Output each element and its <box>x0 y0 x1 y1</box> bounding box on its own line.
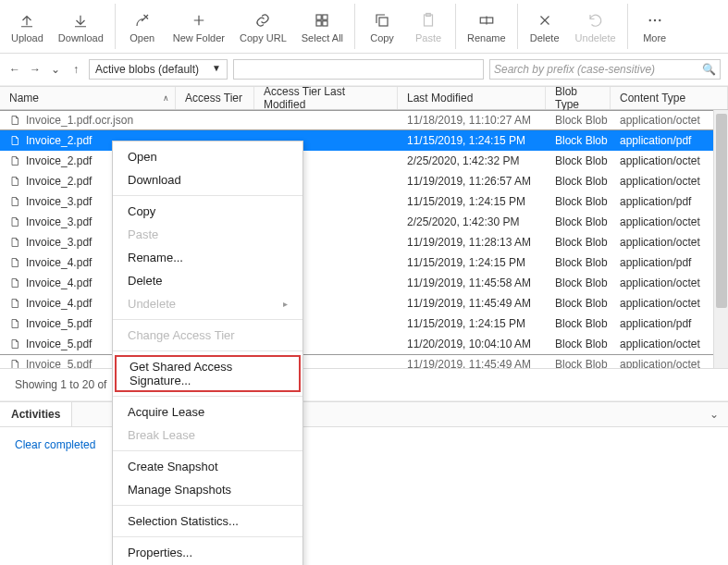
sort-asc-icon: ∧ <box>163 93 169 103</box>
cell-modified: 11/19/2019, 11:45:49 AM <box>398 297 546 310</box>
download-button[interactable]: Download <box>51 4 111 49</box>
select-all-icon <box>314 10 330 31</box>
ctx-get-sas[interactable]: Get Shared Access Signature... <box>115 355 301 392</box>
svg-rect-3 <box>323 20 327 25</box>
table-row[interactable]: Invoice_5.pdf11/15/2019, 1:24:15 PMBlock… <box>0 313 728 334</box>
plus-icon <box>191 10 207 31</box>
back-icon[interactable]: ← <box>7 62 22 77</box>
new-folder-button[interactable]: New Folder <box>166 4 232 49</box>
column-last-modified[interactable]: Last Modified <box>398 87 546 109</box>
copy-url-button[interactable]: Copy URL <box>232 4 294 49</box>
caret-down-icon[interactable]: ⌄ <box>48 62 63 77</box>
clear-completed-link[interactable]: Clear completed <box>15 438 95 451</box>
cell-blob-type: Block Blob <box>546 236 611 249</box>
table-row[interactable]: Invoice_3.pdf11/19/2019, 11:28:13 AMBloc… <box>0 232 728 252</box>
cell-blob-type: Block Blob <box>546 215 611 228</box>
ctx-delete[interactable]: Delete <box>113 269 302 292</box>
table-row[interactable]: Invoice_4.pdf11/19/2019, 11:45:58 AMBloc… <box>0 273 728 293</box>
cell-blob-type: Block Blob <box>546 175 611 188</box>
ctx-manage-snapshots[interactable]: Manage Snapshots <box>113 478 302 501</box>
main-toolbar: Upload Download Open New Folder Copy URL… <box>0 0 728 54</box>
ctx-download[interactable]: Download <box>113 168 302 191</box>
cell-content-type: application/octet <box>611 276 728 289</box>
chevron-down-icon[interactable]: ⌄ <box>700 408 728 421</box>
search-placeholder: Search by prefix (case-sensitive) <box>494 63 655 76</box>
vertical-scrollbar[interactable] <box>713 110 728 368</box>
delete-button[interactable]: Delete <box>522 4 568 49</box>
ctx-properties[interactable]: Properties... <box>113 541 302 564</box>
select-all-button[interactable]: Select All <box>294 4 351 49</box>
menu-separator <box>113 396 302 397</box>
blob-filter-dropdown[interactable]: Active blobs (default) ▼ <box>89 59 228 80</box>
cell-blob-type: Block Blob <box>546 338 611 350</box>
cell-modified: 11/15/2019, 1:24:15 PM <box>398 256 546 269</box>
cell-blob-type: Block Blob <box>546 114 611 127</box>
ctx-acquire-lease[interactable]: Acquire Lease <box>113 400 302 424</box>
cell-modified: 11/19/2019, 11:45:58 AM <box>398 276 546 289</box>
ctx-copy[interactable]: Copy <box>113 200 302 223</box>
table-row[interactable]: Invoice_2.pdf11/19/2019, 11:26:57 AMBloc… <box>0 171 728 191</box>
column-tier-modified[interactable]: Access Tier Last Modified <box>254 87 398 109</box>
status-text: Showing 1 to 20 of <box>0 369 728 401</box>
cell-blob-type: Block Blob <box>546 256 611 269</box>
table-row[interactable]: Invoice_3.pdf2/25/2020, 1:42:30 PMBlock … <box>0 212 728 232</box>
copy-button[interactable]: Copy <box>359 4 405 49</box>
menu-separator <box>113 450 302 451</box>
cell-blob-type: Block Blob <box>546 154 611 167</box>
context-menu: Open Download Copy Paste Rename... Delet… <box>112 141 303 565</box>
address-input[interactable] <box>233 59 484 80</box>
cell-blob-type: Block Blob <box>546 297 611 310</box>
cell-content-type: application/pdf <box>611 317 728 330</box>
svg-rect-0 <box>316 15 321 19</box>
table-row[interactable]: Invoice_1.pdf.ocr.json11/18/2019, 11:10:… <box>0 110 728 130</box>
ctx-selection-stats[interactable]: Selection Statistics... <box>113 510 302 533</box>
ctx-create-snapshot[interactable]: Create Snapshot <box>113 455 302 478</box>
search-input[interactable]: Search by prefix (case-sensitive) 🔍 <box>489 59 721 80</box>
cell-modified: 11/19/2019, 11:45:49 AM <box>398 358 546 369</box>
table-row[interactable]: Invoice_4.pdf11/15/2019, 1:24:15 PMBlock… <box>0 252 728 273</box>
scrollbar-thumb[interactable] <box>716 114 727 308</box>
column-access-tier[interactable]: Access Tier <box>176 87 254 109</box>
upload-icon <box>19 10 35 31</box>
cell-name: Invoice_1.pdf.ocr.json <box>0 114 176 127</box>
up-icon[interactable]: ↑ <box>68 62 83 77</box>
cell-modified: 11/15/2019, 1:24:15 PM <box>398 195 546 208</box>
cell-content-type: application/pdf <box>611 256 728 269</box>
cell-content-type: application/octet <box>611 236 728 249</box>
menu-separator <box>113 195 302 196</box>
svg-rect-4 <box>379 18 388 26</box>
upload-button[interactable]: Upload <box>4 4 51 49</box>
ctx-rename[interactable]: Rename... <box>113 246 302 269</box>
column-content-type[interactable]: Content Type <box>611 87 728 109</box>
cell-content-type: application/octet <box>611 215 728 228</box>
table-row[interactable]: Invoice_2.pdf11/15/2019, 1:24:15 PMBlock… <box>0 130 728 151</box>
cell-blob-type: Block Blob <box>546 134 611 147</box>
svg-rect-2 <box>316 20 321 25</box>
cell-modified: 11/20/2019, 10:04:10 AM <box>398 338 546 350</box>
menu-separator <box>113 319 302 320</box>
ctx-open[interactable]: Open <box>113 145 302 168</box>
menu-separator <box>113 536 302 537</box>
table-row[interactable]: Invoice_5.pdf11/19/2019, 11:45:49 AMBloc… <box>0 354 728 369</box>
rename-icon <box>478 10 495 31</box>
activities-panel: Activities ⌄ <box>0 401 728 427</box>
undelete-button: Undelete <box>568 4 623 49</box>
svg-point-10 <box>659 18 660 20</box>
open-icon <box>134 10 151 31</box>
forward-icon[interactable]: → <box>28 62 43 77</box>
table-row[interactable]: Invoice_4.pdf11/19/2019, 11:45:49 AMBloc… <box>0 293 728 313</box>
chevron-down-icon: ▼ <box>212 63 221 73</box>
column-name[interactable]: Name∧ <box>0 87 176 109</box>
ctx-change-tier: Change Access Tier <box>113 324 302 347</box>
table-row[interactable]: Invoice_5.pdf11/20/2019, 10:04:10 AMBloc… <box>0 334 728 354</box>
rename-button[interactable]: Rename <box>460 4 513 49</box>
cell-blob-type: Block Blob <box>546 276 611 289</box>
activities-tab[interactable]: Activities <box>0 402 72 426</box>
activities-actions: Clear completed <box>0 427 728 462</box>
column-blob-type[interactable]: Blob Type <box>546 87 611 109</box>
cell-content-type: application/octet <box>611 297 728 310</box>
more-button[interactable]: More <box>632 4 678 49</box>
table-row[interactable]: Invoice_2.pdf2/25/2020, 1:42:32 PMBlock … <box>0 151 728 171</box>
table-row[interactable]: Invoice_3.pdf11/15/2019, 1:24:15 PMBlock… <box>0 191 728 212</box>
open-button[interactable]: Open <box>119 4 166 49</box>
